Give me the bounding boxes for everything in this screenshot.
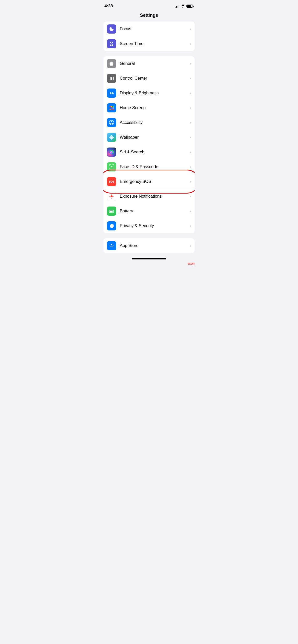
status-time: 4:28 xyxy=(104,4,113,9)
settings-row-app-store[interactable]: App Store › xyxy=(103,238,195,253)
home-screen-label: Home Screen xyxy=(120,105,188,110)
settings-row-screen-time[interactable]: Screen Time › xyxy=(103,36,195,51)
privacy-security-label: Privacy & Security xyxy=(120,223,188,228)
siri-search-label: Siri & Search xyxy=(120,150,188,155)
svg-point-35 xyxy=(109,196,110,197)
svg-point-37 xyxy=(110,195,111,195)
svg-rect-10 xyxy=(111,107,112,109)
settings-row-general[interactable]: General › xyxy=(103,56,195,71)
general-icon xyxy=(107,59,116,68)
gear-icon xyxy=(109,61,114,66)
svg-rect-2 xyxy=(113,77,114,80)
svg-rect-5 xyxy=(113,79,114,79)
emergency-sos-icon: SOS xyxy=(107,177,116,186)
home-screen-icon xyxy=(107,103,116,112)
svg-point-28 xyxy=(109,150,114,154)
wallpaper-label: Wallpaper xyxy=(120,135,188,140)
app-store-logo-icon xyxy=(109,243,114,248)
settings-row-siri-search[interactable]: Siri & Search › xyxy=(103,145,195,159)
settings-row-accessibility[interactable]: Accessibility › xyxy=(103,115,195,130)
svg-point-15 xyxy=(109,120,114,125)
siri-icon xyxy=(107,148,116,157)
app-store-label: App Store xyxy=(120,243,188,248)
svg-rect-14 xyxy=(113,109,114,110)
signal-bars-icon xyxy=(175,5,179,8)
svg-point-38 xyxy=(113,195,113,195)
person-circle-icon xyxy=(109,120,114,125)
settings-row-control-center[interactable]: Control Center › xyxy=(103,71,195,86)
settings-row-emergency-sos[interactable]: SOS Emergency SOS › xyxy=(103,174,195,189)
sliders-icon xyxy=(109,76,114,81)
grid-icon xyxy=(109,105,114,110)
status-bar: 4:28 xyxy=(99,0,199,11)
svg-point-20 xyxy=(111,135,112,137)
svg-rect-4 xyxy=(111,77,112,78)
settings-row-home-screen[interactable]: Home Screen › xyxy=(103,100,195,115)
settings-row-exposure-notifications[interactable]: Exposure Notifications › xyxy=(103,189,195,204)
page-title: Settings xyxy=(99,11,199,22)
svg-point-40 xyxy=(113,197,113,198)
battery-label: Battery xyxy=(120,209,188,214)
emergency-sos-label: Emergency SOS xyxy=(120,179,188,184)
svg-point-33 xyxy=(111,194,112,195)
display-brightness-label: Display & Brightness xyxy=(120,91,188,96)
app-store-icon xyxy=(107,241,116,250)
svg-rect-12 xyxy=(110,109,111,110)
settings-group-focus: Focus › Screen Time › xyxy=(103,22,195,51)
svg-rect-8 xyxy=(113,106,114,107)
svg-point-22 xyxy=(109,137,111,138)
svg-rect-11 xyxy=(113,107,114,109)
home-indicator xyxy=(132,258,166,259)
settings-row-face-id[interactable]: Face ID & Passcode › xyxy=(103,159,195,174)
svg-point-34 xyxy=(111,198,112,199)
settings-row-wallpaper[interactable]: Wallpaper › xyxy=(103,130,195,145)
face-id-label: Face ID & Passcode xyxy=(120,164,188,169)
svg-rect-6 xyxy=(110,106,111,107)
svg-point-19 xyxy=(111,137,112,138)
focus-chevron: › xyxy=(190,27,191,31)
accessibility-label: Accessibility xyxy=(120,120,188,125)
flower-icon xyxy=(109,135,114,140)
moon-icon xyxy=(109,26,114,32)
settings-group-appstore: App Store › xyxy=(103,238,195,253)
siri-orb-icon xyxy=(109,150,114,155)
wifi-icon xyxy=(181,5,185,8)
exposure-notifications-icon xyxy=(107,192,116,201)
settings-row-privacy-security[interactable]: Privacy & Security › xyxy=(103,218,195,233)
focus-icon xyxy=(107,24,116,34)
svg-rect-13 xyxy=(111,109,112,110)
general-label: General xyxy=(120,61,188,66)
svg-point-23 xyxy=(112,137,114,138)
battery-status-icon xyxy=(186,5,194,8)
svg-point-39 xyxy=(110,197,111,198)
battery-settings-icon xyxy=(109,208,114,214)
svg-point-36 xyxy=(113,196,114,197)
hand-icon xyxy=(109,223,114,229)
hourglass-icon xyxy=(109,41,114,46)
settings-row-display-brightness[interactable]: AA Display & Brightness › xyxy=(103,86,195,100)
face-id-icon xyxy=(107,162,116,171)
svg-rect-1 xyxy=(111,78,112,80)
settings-row-battery[interactable]: Battery › xyxy=(103,204,195,218)
privacy-security-icon xyxy=(107,221,116,230)
svg-rect-42 xyxy=(110,211,113,212)
settings-row-focus[interactable]: Focus › xyxy=(103,22,195,36)
screen-time-label: Screen Time xyxy=(120,41,188,46)
screen-time-icon xyxy=(107,39,116,48)
face-scan-icon xyxy=(109,164,114,170)
settings-group-main: General › Control Center › AA Display & … xyxy=(103,56,195,233)
status-icons xyxy=(175,5,194,8)
svg-rect-7 xyxy=(111,106,112,107)
exposure-notifications-label: Exposure Notifications xyxy=(120,194,188,199)
watermark: 9XOR xyxy=(99,261,199,267)
accessibility-icon xyxy=(107,118,116,127)
focus-label: Focus xyxy=(120,26,188,32)
svg-rect-9 xyxy=(110,107,111,109)
wallpaper-icon xyxy=(107,133,116,142)
control-center-label: Control Center xyxy=(120,76,188,81)
exposure-dot-icon xyxy=(109,194,114,199)
svg-point-16 xyxy=(111,121,112,122)
svg-point-32 xyxy=(111,195,113,197)
battery-icon-wrapper xyxy=(107,207,116,216)
display-brightness-icon: AA xyxy=(107,89,116,98)
